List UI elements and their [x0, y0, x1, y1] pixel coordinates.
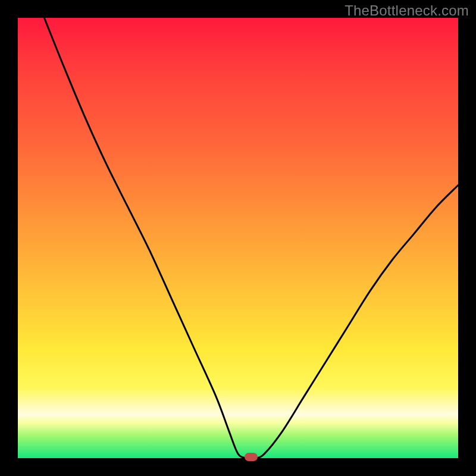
plot-area	[18, 18, 458, 458]
optimum-marker	[245, 453, 258, 461]
outer-frame: TheBottleneck.com	[0, 0, 476, 476]
watermark-label: TheBottleneck.com	[345, 2, 469, 19]
bottleneck-curve	[18, 18, 458, 458]
